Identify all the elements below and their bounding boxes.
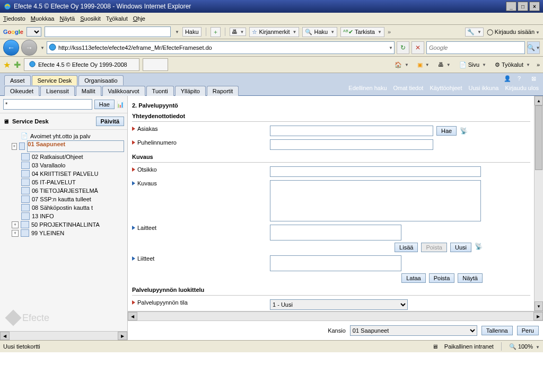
page-menu-button[interactable]: 📄 Sivu▼: [457, 60, 488, 69]
sidebar-search-input[interactable]: [3, 99, 92, 110]
link-help[interactable]: Käyttöohjeet: [430, 85, 462, 91]
tree-node-03[interactable]: 03 Varallaolo: [0, 161, 127, 170]
link-prev-search[interactable]: Edellinen haku: [348, 85, 387, 91]
input-puhelin[interactable]: [270, 139, 433, 150]
close-app-icon[interactable]: ⊠: [531, 75, 539, 83]
help-icon[interactable]: ?: [518, 75, 525, 83]
textarea-laitteet[interactable]: [270, 225, 401, 240]
menu-tools[interactable]: Työkalut: [106, 15, 128, 22]
tree-node-02[interactable]: 02 Ratkaisut/Ohjeet: [0, 153, 127, 161]
menu-view[interactable]: Näytä: [59, 15, 75, 22]
favorites-star-icon[interactable]: ★: [3, 60, 11, 70]
sidebar-refresh-button[interactable]: Päivitä: [96, 117, 124, 126]
menu-edit[interactable]: Muokkaa: [31, 15, 55, 22]
subtab-valikkoarvot[interactable]: Valikkoarvot: [102, 86, 145, 96]
tree-node-13[interactable]: 13 INFO: [0, 212, 127, 220]
button-lisaa[interactable]: Lisää: [395, 243, 418, 252]
sidebar-hscroll[interactable]: ◀▶: [0, 331, 127, 340]
nav-history-dropdown[interactable]: ▼: [40, 46, 45, 50]
menu-file[interactable]: TTiedostoiedosto: [3, 15, 25, 22]
address-input[interactable]: [57, 44, 388, 51]
menu-favorites[interactable]: Suosikit: [80, 15, 101, 22]
chevron-right-icon[interactable]: »: [537, 61, 540, 68]
button-tallenna[interactable]: Tallenna: [481, 326, 513, 335]
tree-node-07[interactable]: 07 SSP:n kautta tulleet: [0, 195, 127, 203]
home-button[interactable]: 🏠▼: [392, 60, 411, 69]
tab-asset[interactable]: Asset: [4, 75, 31, 85]
print-button[interactable]: 🖶▼: [436, 60, 453, 69]
wand-icon[interactable]: 📡: [475, 243, 483, 252]
select-tila[interactable]: 1 - Uusi: [270, 299, 408, 310]
wrench-icon[interactable]: 🔧▼: [465, 28, 484, 37]
scroll-left-icon[interactable]: ◀: [128, 312, 137, 320]
zoom-level[interactable]: 🔍 100% ▼: [509, 343, 540, 350]
scroll-thumb[interactable]: [535, 105, 542, 170]
google-search-input[interactable]: [45, 26, 171, 37]
subtab-mallit[interactable]: Mallit: [76, 86, 101, 96]
search-input[interactable]: [428, 44, 523, 51]
scroll-down-icon[interactable]: ▼: [535, 301, 543, 311]
restore-button[interactable]: □: [518, 2, 528, 11]
tab-organisaatio[interactable]: Organisaatio: [78, 75, 123, 85]
subtab-lisenssit[interactable]: Lisenssit: [40, 86, 75, 96]
google-account-select[interactable]: 8: [27, 27, 41, 37]
button-hae-asiakas[interactable]: Hae: [436, 126, 457, 136]
search-go-button[interactable]: 🔍▼: [527, 41, 540, 54]
dropdown-icon[interactable]: ▼: [175, 30, 179, 34]
subtab-raportit[interactable]: Raportit: [207, 86, 239, 96]
subtab-oikeudet[interactable]: Oikeudet: [4, 86, 39, 96]
button-lataa[interactable]: Lataa: [401, 273, 426, 283]
scroll-left-icon[interactable]: ◀: [0, 332, 10, 340]
scroll-up-icon[interactable]: ▲: [535, 96, 543, 105]
google-find-button[interactable]: 🔍 Haku▼: [302, 27, 337, 37]
tree-node-01-saapuneet[interactable]: +01 Saapuneet: [0, 140, 127, 153]
select-kansio[interactable]: 01 Saapuneet: [350, 325, 477, 336]
chevron-right-icon[interactable]: »: [388, 29, 391, 35]
sidebar-search-button[interactable]: Hae: [94, 100, 115, 109]
wand-icon[interactable]: 📡: [460, 127, 468, 135]
google-popup-icon[interactable]: 🖶▼: [230, 28, 247, 36]
button-peru[interactable]: Peru: [517, 326, 539, 335]
tree-node-06[interactable]: 06 TIETOJÄRJESTELMÄ: [0, 186, 127, 195]
tree-node-08[interactable]: 08 Sähköpostin kautta t: [0, 203, 127, 212]
button-poista-laitteet[interactable]: Poista: [421, 243, 447, 252]
subtab-tuonti[interactable]: Tuonti: [146, 86, 174, 96]
input-asiakas[interactable]: [270, 126, 433, 136]
google-plus-icon[interactable]: ＋: [211, 27, 221, 37]
tree-node-99[interactable]: +99 YLEINEN: [0, 229, 127, 237]
button-uusi[interactable]: Uusi: [450, 243, 471, 252]
subtab-yllapito[interactable]: Ylläpito: [175, 86, 206, 96]
add-favorite-icon[interactable]: ✚: [14, 60, 21, 70]
expand-icon[interactable]: +: [12, 221, 19, 228]
stop-button[interactable]: ✕: [411, 41, 424, 54]
address-bar[interactable]: ▼: [47, 41, 395, 54]
scroll-right-icon[interactable]: ▶: [118, 332, 127, 340]
forward-button[interactable]: →: [21, 40, 37, 56]
expand-icon[interactable]: +: [12, 143, 17, 150]
address-dropdown-icon[interactable]: ▼: [389, 46, 393, 50]
button-poista-liitteet[interactable]: Poista: [429, 273, 455, 283]
tree-node-avoimet[interactable]: 📄Avoimet yht.otto ja palv: [0, 132, 127, 140]
link-logout[interactable]: Kirjaudu ulos: [505, 85, 539, 91]
menu-help[interactable]: Ohje: [133, 15, 145, 22]
refresh-button[interactable]: ↻: [397, 41, 409, 54]
google-bookmarks-button[interactable]: ☆ Kirjanmerkit▼: [249, 27, 299, 37]
close-button[interactable]: ×: [529, 2, 540, 11]
vertical-scrollbar[interactable]: ▲ ▼: [534, 96, 543, 311]
main-hscroll[interactable]: ◀▶: [128, 311, 543, 320]
feeds-button[interactable]: ▣▼: [415, 60, 432, 69]
chart-icon[interactable]: 📊: [117, 101, 124, 108]
textarea-liitteet[interactable]: [270, 255, 401, 271]
user-icon[interactable]: 👤: [504, 75, 511, 83]
link-new-window[interactable]: Uusi ikkuna: [469, 85, 499, 91]
ie-tab-new[interactable]: [143, 58, 168, 71]
search-box[interactable]: [426, 41, 525, 54]
google-search-button[interactable]: Haku: [182, 27, 202, 37]
tree-node-04[interactable]: 04 KRIITTISET PALVELU: [0, 170, 127, 178]
textarea-kuvaus[interactable]: [270, 180, 481, 221]
input-otsikko[interactable]: [270, 166, 481, 177]
tools-menu-button[interactable]: ⚙ Työkalut▼: [493, 60, 532, 69]
google-check-button[interactable]: ᴬᴮ✔ Tarkista▼: [340, 27, 384, 37]
minimize-button[interactable]: _: [506, 2, 516, 11]
tab-service-desk[interactable]: Service Desk: [32, 75, 78, 85]
